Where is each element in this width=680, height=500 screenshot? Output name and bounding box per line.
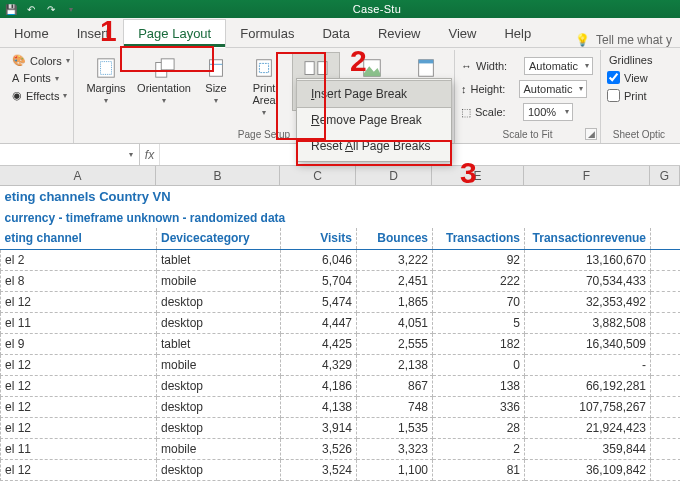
svg-rect-8 (305, 62, 314, 75)
reset-all-page-breaks-item[interactable]: Reset All Page Breaks (297, 133, 451, 159)
sheet-options-label: Sheet Optic (607, 127, 671, 143)
table-row[interactable]: el 2tablet6,0463,2229213,160,670 (1, 249, 681, 270)
orientation-icon (150, 56, 178, 80)
gridlines-print-checkbox[interactable]: Print (607, 87, 654, 104)
col-header-f[interactable]: F (524, 166, 650, 185)
table-row[interactable]: el 12mobile4,3292,1380- (1, 354, 681, 375)
scale-icon: ⬚ (461, 106, 471, 119)
table-row[interactable]: el 12desktop4,138748336107,758,267 (1, 396, 681, 417)
column-headers: A B C D E F G (0, 166, 680, 186)
lightbulb-icon: 💡 (575, 33, 590, 47)
quick-access-toolbar: 💾 ↶ ↷ ▾ (4, 2, 78, 16)
table-row[interactable]: el 12desktop3,5241,1008136,109,842 (1, 459, 681, 480)
table-row[interactable]: el 11desktop4,4474,05153,882,508 (1, 312, 681, 333)
col-header-e[interactable]: E (432, 166, 524, 185)
remove-page-break-item[interactable]: Remove Page Break (297, 107, 451, 133)
print-area-icon (250, 56, 278, 80)
redo-icon[interactable]: ↷ (44, 2, 58, 16)
worksheet-grid: A B C D E F G eting channels Country VN … (0, 166, 680, 481)
tab-help[interactable]: Help (490, 20, 545, 47)
col-header-g[interactable]: G (650, 166, 680, 185)
colors-icon: 🎨 (12, 54, 26, 67)
fx-icon[interactable]: fx (140, 144, 160, 165)
save-icon[interactable]: 💾 (4, 2, 18, 16)
effects-button[interactable]: ◉Effects▾ (8, 87, 74, 104)
tab-home[interactable]: Home (0, 20, 63, 47)
col-header-d[interactable]: D (356, 166, 432, 185)
document-title: Case-Stu (353, 3, 401, 15)
scale-dialog-launcher[interactable]: ◢ (585, 128, 597, 140)
table-row[interactable]: el 9tablet4,4252,55518216,340,509 (1, 333, 681, 354)
tab-review[interactable]: Review (364, 20, 435, 47)
width-combo[interactable]: Automatic▾ (524, 57, 593, 75)
breaks-dropdown-menu: Insert Page Break Remove Page Break Rese… (296, 78, 452, 162)
fonts-button[interactable]: AFonts▾ (8, 70, 74, 86)
effects-icon: ◉ (12, 89, 22, 102)
print-area-button[interactable]: Print Area▾ (242, 52, 286, 121)
scale-spinner[interactable]: 100%▾ (523, 103, 573, 121)
fonts-icon: A (12, 72, 19, 84)
tab-data[interactable]: Data (308, 20, 363, 47)
svg-rect-13 (419, 60, 434, 64)
table-row[interactable]: el 12desktop5,4741,8657032,353,492 (1, 291, 681, 312)
table-row[interactable]: el 12desktop3,9141,5352821,924,423 (1, 417, 681, 438)
tab-formulas[interactable]: Formulas (226, 20, 308, 47)
tell-me-search[interactable]: 💡 Tell me what y (567, 33, 680, 47)
colors-button[interactable]: 🎨Colors▾ (8, 52, 74, 69)
height-combo[interactable]: Automatic▾ (519, 80, 588, 98)
undo-icon[interactable]: ↶ (24, 2, 38, 16)
sheet-subtitle[interactable]: currency - timeframe unknown - randomize… (1, 207, 681, 228)
qat-dropdown-icon[interactable]: ▾ (64, 2, 78, 16)
orientation-button[interactable]: Orientation▾ (138, 52, 190, 109)
table-header-row: eting channelDevicecategory VisitsBounce… (1, 228, 681, 249)
ribbon-tabs: Home Insert Page Layout Formulas Data Re… (0, 18, 680, 48)
tab-insert[interactable]: Insert (63, 20, 124, 47)
svg-rect-4 (210, 60, 223, 77)
scale-to-fit-label: Scale to Fit (461, 127, 594, 143)
title-bar: 💾 ↶ ↷ ▾ Case-Stu (0, 0, 680, 18)
col-header-a[interactable]: A (0, 166, 156, 185)
sheet-title[interactable]: eting channels Country VN (1, 186, 681, 207)
svg-rect-6 (257, 60, 272, 77)
col-header-b[interactable]: B (156, 166, 280, 185)
svg-rect-9 (318, 62, 327, 75)
background-icon (358, 56, 386, 80)
size-button[interactable]: Size▾ (196, 52, 236, 109)
margins-icon (92, 56, 120, 80)
insert-page-break-item[interactable]: Insert Page Break (296, 80, 452, 108)
print-titles-icon (412, 56, 440, 80)
svg-rect-3 (161, 59, 174, 70)
group-sheet-options: Gridlines View Print Sheet Optic (601, 50, 677, 143)
group-scale-to-fit: ↔Width:Automatic▾ ↕Height:Automatic▾ ⬚Sc… (455, 50, 601, 143)
tab-view[interactable]: View (435, 20, 491, 47)
group-themes: 🎨Colors▾ AFonts▾ ◉Effects▾ (2, 50, 74, 143)
height-icon: ↕ (461, 83, 467, 95)
width-icon: ↔ (461, 60, 472, 72)
size-icon (202, 56, 230, 80)
table-row[interactable]: el 11mobile3,5263,3232359,844 (1, 438, 681, 459)
margins-button[interactable]: Margins▾ (80, 52, 132, 109)
name-box[interactable]: ▾ (0, 144, 140, 165)
gridlines-view-checkbox[interactable]: View (607, 69, 654, 86)
table-row[interactable]: el 12desktop4,18686713866,192,281 (1, 375, 681, 396)
col-header-c[interactable]: C (280, 166, 356, 185)
data-table[interactable]: eting channels Country VN currency - tim… (0, 186, 680, 481)
table-row[interactable]: el 8mobile5,7042,45122270,534,433 (1, 270, 681, 291)
tab-page-layout[interactable]: Page Layout (123, 19, 226, 48)
